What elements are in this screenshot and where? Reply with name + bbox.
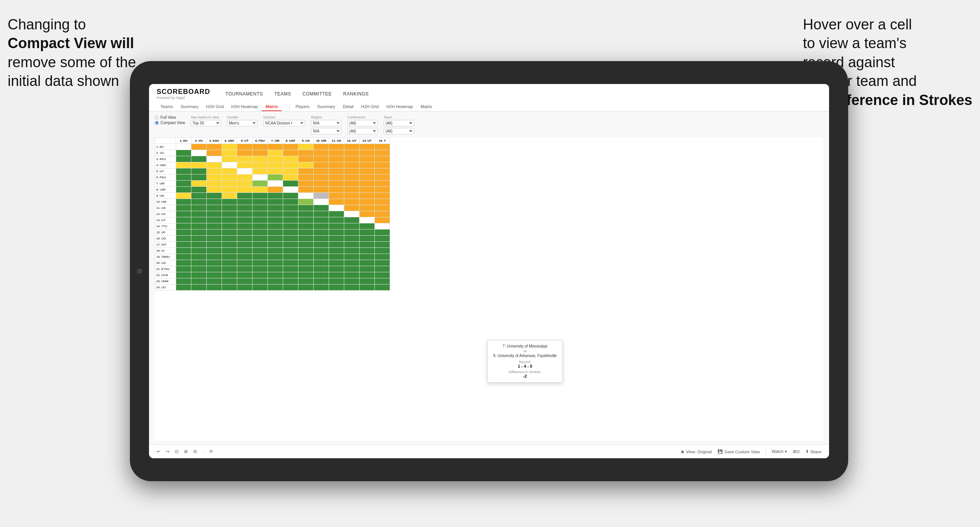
toolbar-btn4[interactable]: ⊞ (184, 449, 188, 454)
matrix-cell[interactable] (253, 272, 268, 278)
matrix-cell[interactable] (314, 248, 329, 254)
matrix-cell[interactable] (222, 236, 237, 242)
matrix-cell[interactable] (344, 254, 360, 260)
matrix-cell[interactable] (176, 230, 191, 236)
matrix-cell[interactable] (207, 266, 222, 272)
matrix-cell[interactable] (375, 248, 390, 254)
matrix-cell[interactable] (329, 144, 344, 150)
tab-summary1[interactable]: Summary (177, 103, 202, 111)
matrix-cell[interactable] (253, 242, 268, 248)
full-view-option[interactable]: Full View (155, 115, 185, 120)
matrix-cell[interactable] (191, 236, 207, 242)
matrix-cell[interactable] (298, 168, 314, 175)
region-select2[interactable]: N/A (311, 128, 342, 134)
matrix-cell[interactable] (237, 162, 253, 168)
matrix-cell[interactable] (191, 217, 207, 223)
matrix-cell[interactable] (207, 150, 222, 156)
matrix-cell[interactable] (176, 162, 191, 168)
matrix-cell[interactable] (314, 175, 329, 181)
matrix-cell[interactable] (298, 205, 314, 211)
matrix-cell[interactable] (191, 168, 207, 175)
matrix-cell[interactable] (283, 285, 298, 291)
matrix-cell[interactable] (176, 236, 191, 242)
matrix-cell[interactable] (298, 181, 314, 187)
matrix-cell[interactable] (344, 260, 360, 266)
matrix-cell[interactable] (253, 254, 268, 260)
matrix-cell[interactable] (283, 156, 298, 162)
matrix-cell[interactable] (360, 260, 375, 266)
matrix-cell[interactable] (237, 144, 253, 150)
matrix-cell[interactable] (176, 278, 191, 285)
matrix-cell[interactable] (314, 211, 329, 217)
matrix-cell[interactable] (329, 272, 344, 278)
matrix-cell[interactable] (191, 230, 207, 236)
nav-teams[interactable]: TEAMS (274, 91, 291, 97)
matrix-cell[interactable] (314, 150, 329, 156)
matrix-cell[interactable] (176, 260, 191, 266)
matrix-cell[interactable] (191, 150, 207, 156)
matrix-cell[interactable] (176, 223, 191, 230)
matrix-cell[interactable] (344, 187, 360, 193)
matrix-cell[interactable] (268, 217, 283, 223)
tab-teams[interactable]: Teams (157, 103, 177, 111)
matrix-cell[interactable] (268, 150, 283, 156)
matrix-cell[interactable] (222, 199, 237, 205)
tab-h2h-heatmap2[interactable]: H2H Heatmap (382, 103, 417, 111)
tab-matrix2[interactable]: Matrix (417, 103, 436, 111)
matrix-cell[interactable] (360, 181, 375, 187)
matrix-cell[interactable] (375, 144, 390, 150)
matrix-cell[interactable] (237, 236, 253, 242)
matrix-cell[interactable] (344, 266, 360, 272)
matrix-cell[interactable] (207, 162, 222, 168)
gender-select[interactable]: Men's (227, 120, 258, 126)
matrix-cell[interactable] (176, 272, 191, 278)
matrix-cell[interactable] (360, 278, 375, 285)
matrix-cell[interactable] (344, 211, 360, 217)
matrix-cell[interactable] (329, 230, 344, 236)
matrix-cell[interactable] (176, 254, 191, 260)
matrix-cell[interactable] (283, 217, 298, 223)
matrix-cell[interactable] (375, 278, 390, 285)
tab-summary2[interactable]: Summary (313, 103, 339, 111)
matrix-cell[interactable] (283, 260, 298, 266)
matrix-cell[interactable] (253, 187, 268, 193)
matrix-cell[interactable] (298, 144, 314, 150)
matrix-cell[interactable] (237, 156, 253, 162)
matrix-cell[interactable] (314, 230, 329, 236)
matrix-cell[interactable] (237, 181, 253, 187)
matrix-cell[interactable] (222, 278, 237, 285)
save-custom-btn[interactable]: 💾 Save Custom View (718, 449, 760, 454)
matrix-cell[interactable] (268, 211, 283, 217)
matrix-cell[interactable] (191, 199, 207, 205)
matrix-cell[interactable] (268, 205, 283, 211)
matrix-cell[interactable] (207, 193, 222, 199)
matrix-cell[interactable] (207, 272, 222, 278)
region-select[interactable]: N/A (311, 120, 342, 126)
matrix-cell[interactable] (222, 266, 237, 272)
toolbar-btn5[interactable]: ⊟ (193, 449, 197, 454)
matrix-cell[interactable] (344, 230, 360, 236)
matrix-cell[interactable] (176, 199, 191, 205)
matrix-cell[interactable] (237, 230, 253, 236)
matrix-cell[interactable] (191, 193, 207, 199)
matrix-cell[interactable] (298, 187, 314, 193)
watch-btn[interactable]: Watch ▾ (772, 449, 787, 454)
matrix-cell[interactable] (329, 193, 344, 199)
matrix-cell[interactable] (253, 181, 268, 187)
matrix-cell[interactable] (176, 168, 191, 175)
matrix-cell[interactable] (298, 223, 314, 230)
matrix-cell[interactable] (314, 285, 329, 291)
matrix-cell[interactable] (375, 156, 390, 162)
matrix-cell[interactable] (375, 150, 390, 156)
matrix-cell[interactable] (298, 272, 314, 278)
matrix-cell[interactable] (360, 236, 375, 242)
matrix-cell[interactable] (191, 187, 207, 193)
matrix-cell[interactable] (268, 168, 283, 175)
toolbar-btn7[interactable]: ⟳ (209, 449, 213, 454)
matrix-cell[interactable] (268, 181, 283, 187)
matrix-cell[interactable] (253, 217, 268, 223)
matrix-cell[interactable] (253, 285, 268, 291)
matrix-cell[interactable] (375, 168, 390, 175)
matrix-cell[interactable] (222, 168, 237, 175)
matrix-cell[interactable] (298, 150, 314, 156)
